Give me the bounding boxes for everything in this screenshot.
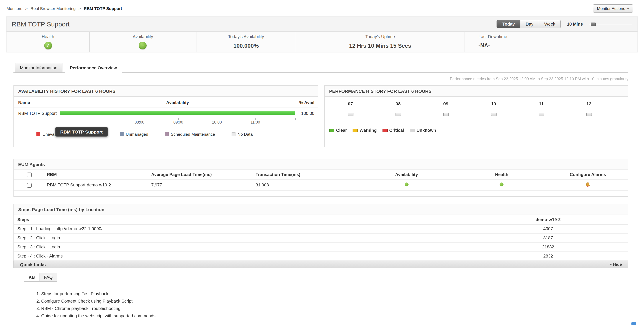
hour-column: 09 xyxy=(422,101,470,117)
kb-article-link[interactable]: Configure Content Check using Playback S… xyxy=(41,299,628,304)
configure-alarms-icon[interactable] xyxy=(586,182,590,188)
steps-panel-title: Steps Page Load Time (ms) by Location xyxy=(14,204,628,215)
transaction-time-value: 31,908 xyxy=(253,180,357,190)
kb-article-link[interactable]: Steps for performing Test Playback xyxy=(41,291,628,296)
legend-label: No Data xyxy=(238,132,253,136)
col-location: demo-w19-2 xyxy=(468,215,628,224)
axis-tick-label: 09:00 xyxy=(174,120,183,124)
availability-percent-value: 100.00 xyxy=(295,111,314,116)
availability-table-header: Name Availability % Avail xyxy=(14,97,318,108)
tab-monitor-information[interactable]: Monitor Information xyxy=(15,63,62,73)
status-summary: Health ✓ Availability ↑ Today's Availabi… xyxy=(6,31,638,52)
axis-tick xyxy=(217,118,217,120)
kb-article-link[interactable]: RBM - Chrome playback Troubleshooting xyxy=(41,306,628,311)
granularity-label: 10 Mins xyxy=(567,22,583,26)
kb-article-link[interactable]: Guide for updating the webscript with su… xyxy=(41,314,628,318)
period-day-button[interactable]: Day xyxy=(520,20,539,28)
clear-swatch-icon xyxy=(329,129,334,132)
last-downtime-label: Last Downtime xyxy=(478,34,507,39)
axis-tick-label: 10:00 xyxy=(212,120,222,124)
critical-swatch-icon xyxy=(382,129,388,132)
no-data-swatch-icon xyxy=(232,132,236,136)
availability-label: Availability xyxy=(133,34,153,39)
steps-header-row: Steps demo-w19-2 xyxy=(14,215,628,224)
legend-label: Scheduled Maintenance xyxy=(171,132,215,136)
tab-performance-overview[interactable]: Performance Overview xyxy=(64,63,122,73)
performance-legend: Clear Warning Critical Unknown xyxy=(329,128,628,133)
breadcrumb: Monitors > Real Browser Monitoring > RBM… xyxy=(6,6,122,10)
chevron-down-icon: ▾ xyxy=(610,263,612,266)
step-value: 2832 xyxy=(468,252,628,260)
legend-label: Warning xyxy=(360,128,377,133)
tab-kb[interactable]: KB xyxy=(24,273,40,282)
axis-tick xyxy=(255,118,256,120)
row-checkbox[interactable] xyxy=(27,183,32,188)
todays-uptime-label: Today's Uptime xyxy=(365,34,395,39)
steps-table: Steps demo-w19-2 Step - 1 : Loading - ht… xyxy=(14,215,628,260)
hour-label: 09 xyxy=(422,101,470,106)
availability-up-icon: ↑ xyxy=(139,42,147,50)
step-label: Step - 1 : Loading - http://demo-w22-1:9… xyxy=(14,224,468,234)
agent-name-link[interactable]: RBM TOTP Support-demo-w19-2 xyxy=(47,183,111,188)
col-rbm: RBM xyxy=(44,170,148,180)
no-data-block-icon xyxy=(348,113,353,116)
no-data-block-icon xyxy=(491,113,496,116)
hour-column: 08 xyxy=(374,101,422,117)
col-configure-alarms: Configure Alarms xyxy=(548,170,628,180)
col-avg-page-load: Average Page Load Time(ms) xyxy=(148,170,253,180)
performance-history-panel: PERFORMANCE HISTORY FOR LAST 6 HOURS 07 … xyxy=(324,86,628,148)
todays-availability-value: 100.000% xyxy=(233,42,259,49)
performance-hours: 07 08 09 10 11 12 xyxy=(326,101,628,117)
quick-links-header[interactable]: Quick Links ▾Hide xyxy=(14,260,628,268)
page-title: RBM TOTP Support xyxy=(12,20,70,28)
col-name: Name xyxy=(18,100,60,105)
granularity-slider[interactable] xyxy=(589,22,632,26)
breadcrumb-separator: > xyxy=(25,6,28,10)
stat-health: Health ✓ xyxy=(6,32,90,52)
eum-table-header-row: RBM Average Page Load Time(ms) Transacti… xyxy=(14,170,628,180)
tab-strip: Monitor Information Performance Overview xyxy=(15,63,628,73)
breadcrumb-real-browser-monitoring[interactable]: Real Browser Monitoring xyxy=(30,6,76,10)
legend-label: Unknown xyxy=(416,128,436,133)
page-corner-widget[interactable] xyxy=(632,322,636,325)
hour-label: 08 xyxy=(374,101,422,106)
history-panels: AVAILABILITY HISTORY FOR LAST 6 HOURS Na… xyxy=(14,86,628,148)
col-percent-avail: % Avail xyxy=(295,100,314,105)
step-value: 3187 xyxy=(468,234,628,242)
legend-critical: Critical xyxy=(382,128,404,133)
eum-agents-panel: EUM Agents RBM Average Page Load Time(ms… xyxy=(14,159,628,197)
availability-bar-track xyxy=(60,112,295,115)
monitor-actions-button[interactable]: Monitor Actions▾ xyxy=(592,4,633,12)
step-value: 4007 xyxy=(468,224,628,234)
hour-column: 07 xyxy=(326,101,374,117)
unknown-swatch-icon xyxy=(410,129,415,132)
legend-label: Critical xyxy=(389,128,404,133)
tab-faq[interactable]: FAQ xyxy=(39,273,58,282)
monitor-name: RBM TOTP Support xyxy=(18,111,60,116)
period-week-button[interactable]: Week xyxy=(538,20,561,28)
period-toggle: Today Day Week xyxy=(497,20,561,28)
warning-swatch-icon xyxy=(352,129,358,132)
axis-tick xyxy=(295,118,296,120)
legend-clear: Clear xyxy=(329,128,347,133)
no-data-block-icon xyxy=(586,113,592,116)
title-row: RBM TOTP Support Today Day Week 10 Mins xyxy=(6,17,638,31)
quick-links-hide-button[interactable]: ▾Hide xyxy=(610,262,622,267)
legend-scheduled-maintenance: Scheduled Maintenance xyxy=(165,132,215,136)
select-all-checkbox[interactable] xyxy=(27,172,32,177)
breadcrumb-monitors[interactable]: Monitors xyxy=(6,6,22,10)
axis-tick xyxy=(140,118,140,120)
quick-links-tabs: KB FAQ xyxy=(24,273,628,282)
step-row: Step - 1 : Loading - http://demo-w22-1:9… xyxy=(14,224,628,234)
legend-label: Unmanaged xyxy=(126,132,148,136)
availability-bar[interactable] xyxy=(60,112,295,115)
health-ok-icon: ✓ xyxy=(44,42,52,50)
eum-footer-spacer xyxy=(14,191,628,196)
slider-handle[interactable] xyxy=(591,22,596,26)
period-today-button[interactable]: Today xyxy=(497,20,520,28)
monitor-header: RBM TOTP Support Today Day Week 10 Mins … xyxy=(6,16,638,52)
hour-label: 12 xyxy=(565,101,613,106)
no-data-block-icon xyxy=(443,113,449,116)
availability-history-panel: AVAILABILITY HISTORY FOR LAST 6 HOURS Na… xyxy=(14,86,318,148)
legend-no-data: No Data xyxy=(232,132,253,136)
